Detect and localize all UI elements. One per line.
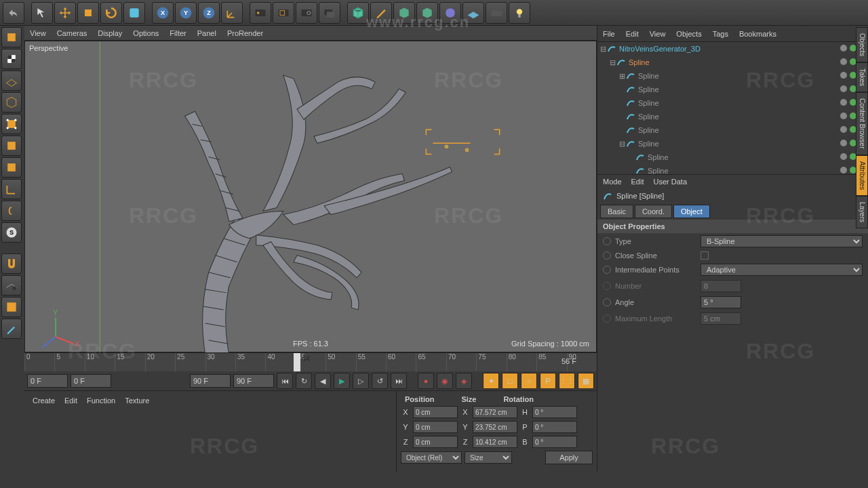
loop-button[interactable]: ↻ [296,373,312,389]
tree-expand-icon[interactable]: ⊟ [600,45,607,54]
tree-row[interactable]: Spline ✓ [597,83,868,96]
attr-tab-basic[interactable]: Basic [600,205,633,218]
pos-y-input[interactable] [413,421,458,433]
light-button[interactable] [509,2,530,24]
tree-row[interactable]: Spline ✓ [597,123,868,137]
visibility-dot[interactable] [840,167,847,174]
attr-tab-coord[interactable]: Coord. [635,205,672,218]
rotate-button[interactable] [100,2,122,24]
goto-start-button[interactable]: ⏮ [277,373,293,389]
pos-z-input[interactable] [413,436,458,448]
visibility-dot[interactable] [840,58,847,65]
autokey-button[interactable]: ◉ [437,373,453,389]
edge-tool-button[interactable] [1,92,22,113]
deformer-button[interactable] [439,2,461,24]
x-axis-button[interactable]: X [152,2,174,24]
magnet-button[interactable] [1,253,22,274]
floor-button[interactable] [462,2,484,24]
rot-h-input[interactable] [532,406,577,418]
axis-button[interactable] [1,179,22,199]
loop2-button[interactable]: ↺ [372,373,388,389]
rot-b-input[interactable] [532,436,577,448]
tree-row[interactable]: ⊞ Spline ✓ [597,69,868,83]
preview-start-field[interactable] [71,374,111,388]
tab-attributes[interactable]: Attributes [856,155,868,196]
edge-mode-button[interactable] [1,136,22,156]
visibility-dot[interactable] [840,85,847,92]
visibility-dot[interactable] [840,153,847,160]
tab-content[interactable]: Content Browser [856,92,868,155]
attr-menu-edit[interactable]: Edit [631,178,644,186]
mat-menu-texture[interactable]: Texture [125,396,149,405]
render-queue-button[interactable] [319,2,340,24]
vp-menu-panel[interactable]: Panel [197,29,216,37]
point-mode-button[interactable] [1,114,22,134]
visibility-dot[interactable] [840,72,847,79]
tree-row[interactable]: ⊟ NitroVeinsGenerator_3D ✓ [597,42,868,56]
brush-button[interactable] [1,319,22,339]
tab-layers[interactable]: Layers [856,196,868,228]
render-settings-button[interactable] [296,2,317,24]
texture-mode-button[interactable] [1,49,22,69]
visibility-dot[interactable] [840,126,847,133]
playhead[interactable]: 44 [294,353,300,371]
polygon-mode-button[interactable] [1,157,22,178]
visibility-dot[interactable] [840,99,847,106]
pla-key-button[interactable]: ⋮⋮ [559,373,575,389]
om-edit[interactable]: Edit [626,30,639,38]
apply-button[interactable]: Apply [545,451,593,464]
visibility-dot[interactable] [840,45,847,52]
tree-expand-icon[interactable]: ⊟ [610,58,616,67]
rot-p-input[interactable] [532,421,577,433]
visibility-dot[interactable] [840,140,847,146]
viewport[interactable]: Perspective Y X [24,41,597,352]
coord-system-button[interactable] [221,2,243,24]
param-key-button[interactable]: P [540,373,556,389]
size-z-input[interactable] [473,436,517,448]
tree-row[interactable]: Spline ✓ [597,164,868,175]
y-axis-button[interactable]: Y [175,2,197,24]
spline-pen-button[interactable] [370,2,392,24]
attr-menu-mode[interactable]: Mode [603,178,622,186]
tab-objects[interactable]: Objects [856,27,868,62]
end-frame-field[interactable] [233,374,274,388]
recent-tool-button[interactable] [123,2,145,24]
tree-row[interactable]: ⊟ Spline ✓ [597,56,868,69]
scale-button[interactable] [77,2,99,24]
workplane-button[interactable] [1,70,22,91]
next-frame-button[interactable]: ▷ [353,373,369,389]
attr-menu-userdata[interactable]: User Data [654,178,688,186]
attr-angle-input[interactable] [701,296,741,308]
vp-menu-view[interactable]: View [30,29,46,37]
tree-expand-icon[interactable]: ⊟ [619,140,626,148]
record-button[interactable]: ● [418,373,434,389]
snap-s-button[interactable]: S [1,222,22,243]
vp-menu-options[interactable]: Options [133,29,159,37]
workplane-lock-button[interactable] [1,275,22,296]
move-button[interactable] [54,2,76,24]
attr-intermediate-points-select[interactable]: Adaptive [701,264,863,276]
render-button[interactable] [250,2,271,24]
subdiv-button[interactable] [393,2,415,24]
primitive-cube-button[interactable] [347,2,369,24]
play-button[interactable]: ▶ [334,373,350,389]
tree-row[interactable]: ⊟ Spline ✓ [597,137,868,150]
extrude-button[interactable] [416,2,438,24]
mat-menu-function[interactable]: Function [87,396,115,405]
timeline[interactable]: 051015202530354045505560657075808590 44 … [24,352,597,371]
vp-menu-filter[interactable]: Filter [170,29,186,37]
tree-row[interactable]: Spline ✓ [597,150,868,164]
preview-end-field[interactable] [190,374,231,388]
attr-tab-object[interactable]: Object [673,205,710,218]
goto-end-button[interactable]: ⏭ [391,373,407,389]
anim-key-button[interactable]: ▦ [578,373,594,389]
start-frame-field[interactable] [27,374,68,388]
tree-row[interactable]: Spline ✓ [597,96,868,110]
tab-takes[interactable]: Takes [856,62,868,92]
model-button[interactable] [1,201,22,221]
scale-key-button[interactable]: □ [502,373,518,389]
object-tree[interactable]: ⊟ NitroVeinsGenerator_3D ✓ ⊟ Spline ✓ ⊞ … [597,42,868,175]
vp-menu-cameras[interactable]: Cameras [57,29,87,37]
tree-row[interactable]: Spline ✓ [597,110,868,123]
live-select-button[interactable] [31,2,53,24]
